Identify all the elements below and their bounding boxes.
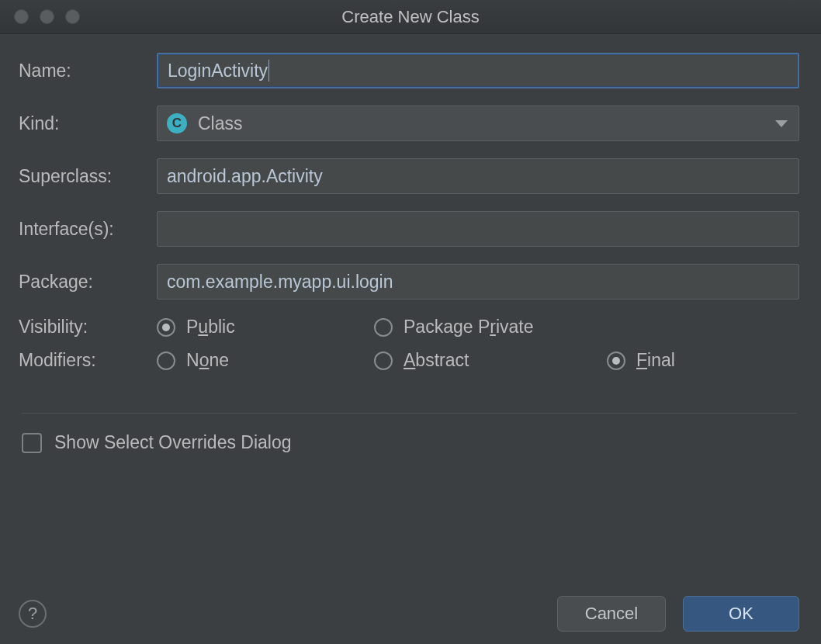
label-modifiers: Modifiers:	[19, 350, 157, 371]
name-input-text: LoginActivity	[168, 61, 268, 81]
row-name: Name: LoginActivity	[19, 53, 799, 88]
radio-icon	[374, 318, 393, 337]
radio-abstract[interactable]: Abstract	[374, 350, 607, 371]
row-interfaces: Interface(s):	[19, 211, 799, 247]
label-package: Package:	[19, 272, 157, 293]
row-modifiers: Modifiers: None Abstract Final	[19, 350, 799, 371]
help-button[interactable]: ?	[19, 600, 47, 628]
radio-final[interactable]: Final	[607, 350, 799, 371]
titlebar: Create New Class	[0, 0, 821, 34]
divider	[22, 413, 796, 414]
package-input-text: com.example.myapp.ui.login	[167, 272, 393, 293]
row-show-overrides: Show Select Overrides Dialog	[19, 432, 799, 453]
radio-abstract-label: Abstract	[404, 350, 469, 371]
radio-icon	[607, 351, 625, 370]
text-caret-icon	[268, 60, 269, 81]
cancel-button[interactable]: Cancel	[557, 596, 666, 632]
superclass-input-text: android.app.Activity	[167, 166, 323, 187]
row-kind: Kind: C Class	[19, 106, 799, 141]
name-input[interactable]: LoginActivity	[157, 53, 799, 88]
window-controls	[0, 9, 80, 24]
minimize-window-icon[interactable]	[40, 9, 54, 24]
row-package: Package: com.example.myapp.ui.login	[19, 264, 799, 299]
interfaces-input[interactable]	[157, 211, 799, 247]
window-title: Create New Class	[0, 7, 821, 27]
dialog-content: Name: LoginActivity Kind: C Class Superc…	[0, 34, 821, 453]
close-window-icon[interactable]	[14, 9, 29, 24]
label-interfaces: Interface(s):	[19, 219, 157, 240]
label-kind: Kind:	[19, 113, 157, 134]
radio-none[interactable]: None	[157, 350, 374, 371]
radio-public-label: Public	[186, 317, 235, 338]
label-visibility: Visibility:	[19, 317, 157, 338]
zoom-window-icon[interactable]	[65, 9, 80, 24]
radio-icon	[374, 351, 393, 370]
radio-final-label: Final	[636, 350, 675, 371]
label-superclass: Superclass:	[19, 166, 157, 187]
show-overrides-checkbox[interactable]	[22, 433, 42, 453]
radio-none-label: None	[186, 350, 229, 371]
row-visibility: Visibility: Public Package Private	[19, 317, 799, 338]
superclass-input[interactable]: android.app.Activity	[157, 158, 799, 194]
ok-button[interactable]: OK	[683, 596, 799, 632]
cancel-button-label: Cancel	[585, 604, 638, 624]
label-name: Name:	[19, 61, 157, 81]
row-superclass: Superclass: android.app.Activity	[19, 158, 799, 194]
radio-icon	[157, 318, 175, 337]
show-overrides-label[interactable]: Show Select Overrides Dialog	[54, 432, 292, 453]
chevron-down-icon	[775, 120, 788, 127]
radio-icon	[157, 351, 175, 370]
radio-package-private-label: Package Private	[404, 317, 534, 338]
radio-public[interactable]: Public	[157, 317, 374, 338]
radio-package-private[interactable]: Package Private	[374, 317, 607, 338]
kind-select-value: Class	[198, 113, 243, 134]
ok-button-label: OK	[729, 604, 753, 624]
help-icon: ?	[28, 604, 37, 624]
dialog-footer: ? Cancel OK	[19, 596, 799, 632]
kind-select[interactable]: C Class	[157, 106, 799, 141]
package-input[interactable]: com.example.myapp.ui.login	[157, 264, 799, 299]
class-type-icon: C	[167, 113, 187, 133]
